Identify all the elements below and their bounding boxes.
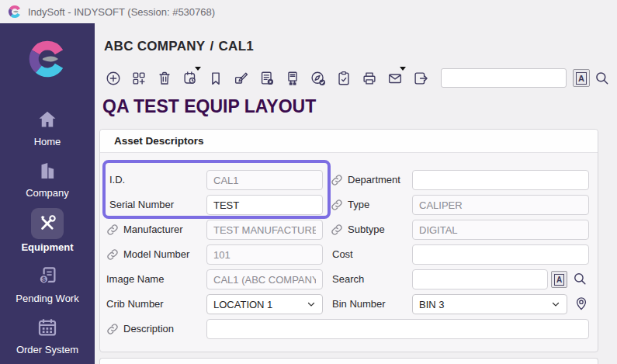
- email-icon: [386, 70, 404, 87]
- crib-number-dropdown[interactable]: LOCATION 1: [206, 294, 323, 314]
- serial-number-label: Serial Number: [109, 199, 174, 210]
- global-search-input[interactable]: [441, 68, 567, 88]
- subtype-field[interactable]: [412, 220, 589, 240]
- subtype-label: Subtype: [348, 224, 385, 235]
- dropdown-arrow-icon: [195, 67, 201, 71]
- equipment-icon: [31, 208, 64, 239]
- sidebar-item-pending-work[interactable]: $ Pending Work: [0, 262, 95, 304]
- edit-button[interactable]: [233, 68, 250, 88]
- model-number-label: Model Number: [123, 248, 189, 260]
- order-system-icon: [31, 314, 64, 341]
- sidebar-item-equipment[interactable]: Equipment: [0, 208, 95, 253]
- link-icon: [331, 174, 343, 186]
- edit-icon: [233, 70, 250, 87]
- dropdown-arrow-icon: [400, 67, 406, 71]
- breadcrumb-separator: /: [210, 39, 214, 54]
- font-a-icon: A: [576, 72, 587, 85]
- home-icon: [31, 106, 64, 133]
- location-pin-icon: [574, 296, 589, 311]
- schedule-icon: [182, 70, 199, 87]
- cost-label: Cost: [332, 248, 353, 260]
- next-panel-edge: [99, 358, 598, 364]
- bin-location-button[interactable]: [574, 296, 589, 314]
- bookmark-button[interactable]: [207, 68, 224, 88]
- delete-button[interactable]: [156, 68, 173, 88]
- sidebar-item-label: Equipment: [21, 241, 73, 253]
- clone-button[interactable]: [130, 68, 147, 88]
- asset-search-button[interactable]: [573, 272, 588, 289]
- global-search-button[interactable]: [594, 71, 610, 88]
- bin-number-dropdown[interactable]: BIN 3: [412, 294, 567, 314]
- export-icon: [412, 70, 429, 87]
- report-run-icon: [258, 70, 276, 87]
- delete-icon: [156, 70, 173, 87]
- bin-number-label: Bin Number: [332, 298, 386, 310]
- print-button[interactable]: [361, 68, 378, 88]
- sidebar-item-order-system[interactable]: Order System: [0, 314, 95, 355]
- window-title: IndySoft - INDYSOFT (Session: #530768): [28, 6, 215, 18]
- report-run-button[interactable]: [258, 68, 276, 88]
- search-icon: [594, 71, 610, 86]
- sidebar-item-company[interactable]: Company: [0, 157, 95, 199]
- search-label: Search: [332, 273, 364, 285]
- export-button[interactable]: [412, 68, 429, 88]
- bookmark-icon: [207, 70, 224, 87]
- sidebar-item-label: Home: [34, 136, 61, 147]
- svg-text:$: $: [42, 276, 46, 283]
- sidebar-nav: Home Company Equipment: [0, 106, 95, 355]
- asset-search-font-button[interactable]: A: [551, 271, 567, 288]
- breadcrumb: ABC COMPANY/CAL1: [104, 39, 254, 54]
- search-icon: [573, 272, 588, 286]
- chevron-down-icon: [307, 300, 316, 309]
- print-icon: [361, 70, 378, 87]
- company-icon: [31, 157, 64, 185]
- traveler-button[interactable]: [284, 68, 301, 88]
- image-name-field[interactable]: [206, 269, 323, 289]
- traveler-icon: [284, 70, 301, 87]
- clone-icon: [130, 70, 147, 87]
- page-title: QA TEST EQUIP LAYOUT: [102, 96, 316, 117]
- type-label: Type: [348, 199, 369, 210]
- checklist-button[interactable]: [335, 68, 352, 88]
- sidebar: Home Company Equipment: [0, 23, 95, 364]
- bin-number-value: BIN 3: [419, 299, 445, 310]
- id-label: I.D.: [109, 174, 125, 185]
- serial-number-field[interactable]: [206, 195, 323, 215]
- department-field[interactable]: [412, 170, 589, 190]
- search-font-button[interactable]: A: [573, 69, 590, 87]
- add-button[interactable]: [105, 68, 122, 88]
- type-field[interactable]: [412, 195, 589, 215]
- department-label: Department: [348, 174, 400, 185]
- link-icon: [331, 224, 343, 236]
- email-button[interactable]: [386, 68, 404, 88]
- certificate-icon: [310, 70, 327, 87]
- window-titlebar: IndySoft - INDYSOFT (Session: #530768): [0, 0, 617, 23]
- link-icon: [106, 224, 119, 236]
- certificate-button[interactable]: [310, 68, 327, 88]
- font-a-icon: A: [554, 274, 564, 286]
- crib-number-value: LOCATION 1: [213, 299, 272, 310]
- asset-descriptors-panel: Asset Descriptors I.D. Serial Number Man…: [99, 129, 598, 352]
- panel-header: Asset Descriptors: [100, 130, 598, 153]
- sidebar-item-label: Order System: [16, 344, 78, 355]
- breadcrumb-company[interactable]: ABC COMPANY: [104, 39, 206, 54]
- add-icon: [105, 70, 122, 87]
- schedule-button[interactable]: [182, 68, 199, 88]
- crib-number-label: Crib Number: [106, 298, 164, 310]
- description-label: Description: [123, 323, 174, 335]
- indysoft-logo-icon: [8, 5, 22, 19]
- cost-field[interactable]: [412, 244, 589, 265]
- sidebar-item-home[interactable]: Home: [0, 106, 95, 147]
- model-number-field[interactable]: [206, 244, 323, 265]
- asset-search-field[interactable]: [412, 269, 548, 289]
- manufacturer-field[interactable]: [206, 220, 323, 240]
- pending-work-icon: $: [31, 262, 64, 290]
- chevron-down-icon: [551, 300, 560, 309]
- breadcrumb-asset: CAL1: [219, 39, 255, 54]
- id-field[interactable]: [206, 170, 323, 190]
- sidebar-item-label: Company: [26, 187, 69, 199]
- image-name-label: Image Name: [106, 273, 164, 285]
- sidebar-item-label: Pending Work: [16, 293, 78, 304]
- manufacturer-label: Manufacturer: [123, 224, 183, 235]
- description-field[interactable]: [206, 319, 589, 339]
